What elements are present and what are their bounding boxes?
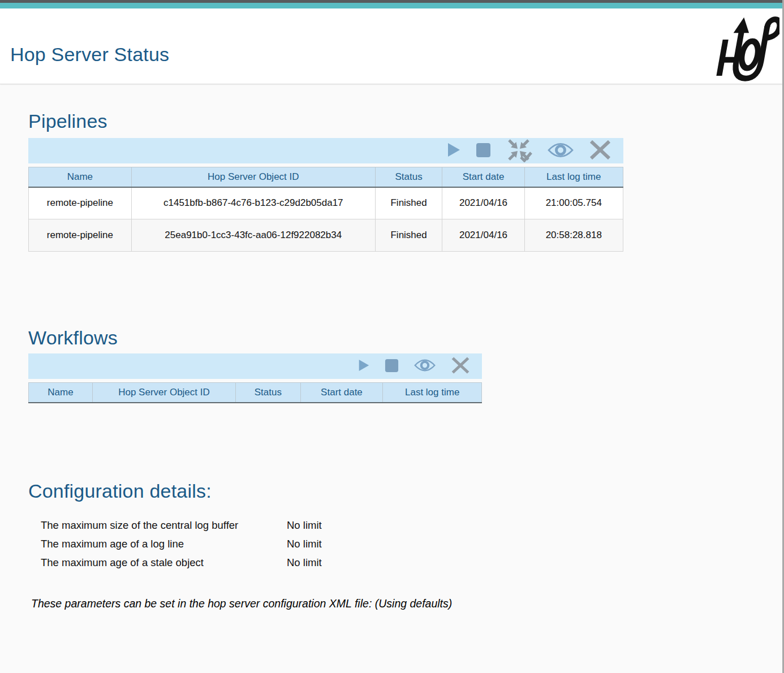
configuration-list: The maximum size of the central log buff…: [28, 519, 784, 569]
pipeline-last-log-time: 21:00:05.754: [524, 187, 623, 219]
column-header-object-id: Hop Server Object ID: [92, 383, 235, 403]
column-header-name: Name: [29, 383, 93, 403]
pipeline-status: Finished: [375, 187, 442, 219]
pipeline-start-date: 2021/04/16: [442, 187, 524, 219]
stop-pipeline-button[interactable]: [476, 143, 491, 159]
hop-logo-icon: [707, 10, 779, 83]
column-header-status: Status: [236, 383, 301, 403]
remove-pipeline-button[interactable]: [589, 140, 611, 161]
column-header-start-date: Start date: [442, 167, 524, 187]
start-pipeline-button[interactable]: [447, 143, 460, 159]
column-header-last-log-time: Last log time: [524, 167, 623, 187]
workflows-table: Name Hop Server Object ID Status Start d…: [28, 382, 482, 403]
stop-icon: [476, 143, 491, 159]
pipelines-header-row: Name Hop Server Object ID Status Start d…: [29, 167, 623, 187]
stop-workflow-button[interactable]: [385, 359, 399, 374]
pipeline-status: Finished: [375, 219, 442, 252]
pipeline-object-id: c1451bfb-b867-4c76-b123-c29d2b05da17: [131, 187, 375, 219]
config-value: No limit: [287, 538, 784, 550]
eye-icon: [548, 141, 574, 161]
compress-check-icon: [506, 137, 532, 164]
pipeline-start-date: 2021/04/16: [442, 219, 524, 252]
x-icon: [589, 140, 611, 161]
x-icon: [451, 356, 470, 376]
configuration-heading: Configuration details:: [28, 403, 784, 502]
stop-icon: [385, 359, 399, 374]
play-icon: [447, 143, 460, 159]
eye-icon: [414, 357, 436, 376]
teal-accent-bar: [0, 3, 784, 8]
pipelines-panel: Name Hop Server Object ID Status Start d…: [28, 138, 623, 252]
column-header-last-log-time: Last log time: [383, 383, 482, 403]
pipelines-toolbar: [28, 138, 623, 163]
pipeline-last-log-time: 20:58:28.818: [524, 219, 623, 252]
view-pipeline-button[interactable]: [548, 141, 574, 161]
config-label: The maximum age of a stale object: [41, 556, 287, 569]
configuration-footnote: These parameters can be set in the hop s…: [28, 597, 784, 610]
pipeline-row[interactable]: remote-pipeline 25ea91b0-1cc3-43fc-aa06-…: [29, 219, 623, 252]
pipelines-heading: Pipelines: [28, 84, 784, 132]
config-value: No limit: [287, 519, 784, 532]
remove-workflow-button[interactable]: [451, 356, 470, 376]
pipeline-name: remote-pipeline: [29, 187, 132, 219]
config-label: The maximum age of a log line: [41, 538, 287, 550]
column-header-start-date: Start date: [300, 383, 383, 403]
column-header-name: Name: [29, 167, 132, 187]
pipeline-name: remote-pipeline: [29, 219, 132, 252]
column-header-status: Status: [375, 167, 442, 187]
config-label: The maximum size of the central log buff…: [41, 519, 287, 532]
pipelines-table: Name Hop Server Object ID Status Start d…: [28, 167, 623, 252]
workflows-heading: Workflows: [28, 252, 784, 349]
page-title: Hop Server Status: [10, 44, 169, 66]
column-header-object-id: Hop Server Object ID: [131, 167, 375, 187]
page-header: Hop Server Status: [0, 8, 784, 84]
play-icon: [358, 359, 369, 374]
main-content: Pipelines: [0, 84, 784, 610]
compress-check-button[interactable]: [506, 137, 532, 164]
workflows-header-row: Name Hop Server Object ID Status Start d…: [29, 383, 482, 403]
config-value: No limit: [287, 556, 784, 569]
start-workflow-button[interactable]: [358, 359, 369, 374]
workflows-toolbar: [28, 353, 482, 379]
hop-logo: [707, 10, 779, 85]
view-workflow-button[interactable]: [414, 357, 436, 376]
pipeline-row[interactable]: remote-pipeline c1451bfb-b867-4c76-b123-…: [29, 187, 623, 219]
pipeline-object-id: 25ea91b0-1cc3-43fc-aa06-12f922082b34: [131, 219, 375, 252]
workflows-panel: Name Hop Server Object ID Status Start d…: [28, 353, 482, 403]
